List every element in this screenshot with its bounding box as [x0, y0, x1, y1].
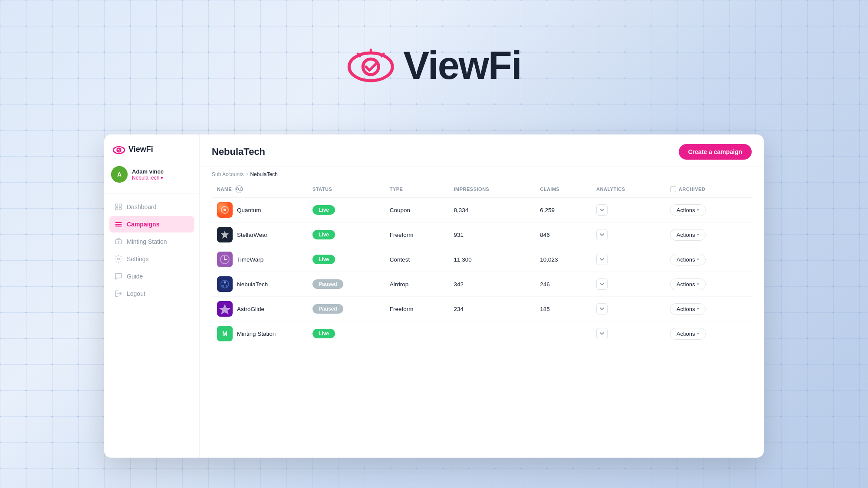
- analytics-chevron[interactable]: [596, 254, 608, 265]
- table-row: AstroGlide Paused Freeform 234 185 Actio…: [212, 297, 752, 321]
- cell-actions: Actions ▾: [665, 272, 752, 297]
- analytics-chevron[interactable]: [596, 204, 608, 216]
- cell-impressions: 234: [449, 297, 535, 321]
- actions-button[interactable]: Actions ▾: [670, 254, 706, 265]
- cell-analytics: [591, 297, 665, 321]
- status-badge: Live: [312, 230, 335, 239]
- status-badge: Paused: [312, 279, 343, 289]
- campaign-avatar: [217, 227, 233, 242]
- col-type: TYPE: [385, 181, 449, 198]
- actions-arrow-icon: ▾: [697, 307, 699, 311]
- sidebar-item-label-settings: Settings: [127, 255, 149, 262]
- svg-point-19: [118, 258, 120, 260]
- cell-type: Freeform: [385, 297, 449, 321]
- settings-icon: [115, 255, 122, 263]
- cell-status: Live: [307, 247, 385, 272]
- sidebar-item-label-dashboard: Dashboard: [127, 203, 157, 210]
- page-title: NebulaTech: [212, 146, 265, 157]
- campaigns-table-container: NAME STATUS TYPE IMPRE: [200, 181, 764, 458]
- cell-actions: Actions ▾: [665, 321, 752, 346]
- sidebar-item-campaigns[interactable]: Campaigns: [109, 216, 194, 233]
- hero-logo-icon: [347, 49, 395, 83]
- svg-text:A: A: [117, 171, 122, 178]
- create-campaign-button[interactable]: Create a campaign: [679, 144, 752, 160]
- cell-actions: Actions ▾: [665, 247, 752, 272]
- search-icon[interactable]: [235, 185, 243, 193]
- cell-analytics: [591, 321, 665, 346]
- table-row: StellarWear Live Freeform 931 846 Action…: [212, 223, 752, 247]
- analytics-chevron[interactable]: [596, 278, 608, 290]
- sidebar-item-minting[interactable]: Minting Station: [109, 233, 194, 250]
- status-badge: Live: [312, 205, 335, 215]
- sidebar-item-settings[interactable]: Settings: [109, 251, 194, 267]
- actions-arrow-icon: ▾: [697, 257, 699, 262]
- cell-type: Coupon: [385, 198, 449, 223]
- status-badge: Live: [312, 255, 335, 264]
- cell-status: Paused: [307, 297, 385, 321]
- cell-name: Quantum: [212, 198, 307, 223]
- cell-name: NebulaTech: [212, 272, 307, 297]
- actions-button[interactable]: Actions ▾: [670, 204, 706, 216]
- sidebar: ViewFi A Adam vince: [104, 134, 200, 458]
- table-row: NebulaTech Paused Airdrop 342 246 Action…: [212, 272, 752, 297]
- guide-icon: [115, 272, 122, 280]
- archived-checkbox[interactable]: [670, 186, 676, 192]
- campaigns-table: NAME STATUS TYPE IMPRE: [212, 181, 752, 346]
- cell-impressions: 931: [449, 223, 535, 247]
- svg-rect-11: [115, 208, 118, 210]
- sidebar-username: Adam vince: [132, 168, 192, 175]
- col-name: NAME: [212, 181, 307, 198]
- cell-claims: 6,259: [535, 198, 591, 223]
- col-status: STATUS: [307, 181, 385, 198]
- logout-icon: [115, 290, 122, 298]
- actions-button[interactable]: Actions ▾: [670, 229, 706, 241]
- cell-impressions: 8,334: [449, 198, 535, 223]
- sidebar-item-label-minting: Minting Station: [127, 238, 167, 245]
- campaign-name: AstroGlide: [237, 306, 264, 312]
- sidebar-item-label-guide: Guide: [127, 273, 143, 280]
- svg-point-25: [224, 209, 226, 211]
- svg-text:M: M: [222, 330, 227, 337]
- cell-name: TimeWarp: [212, 247, 307, 272]
- svg-point-0: [349, 53, 392, 81]
- cell-type: Contest: [385, 247, 449, 272]
- breadcrumb-parent[interactable]: Sub Accounts: [212, 171, 243, 177]
- svg-line-22: [239, 190, 240, 191]
- breadcrumb-separator: >: [245, 171, 248, 177]
- campaign-avatar: [217, 252, 233, 267]
- table-row: M Minting Station Live Actions ▾: [212, 321, 752, 346]
- actions-button[interactable]: Actions ▾: [670, 303, 706, 315]
- campaign-avatar: [217, 301, 233, 317]
- main-header: NebulaTech Create a campaign: [200, 134, 764, 167]
- svg-point-37: [226, 285, 227, 287]
- main-content: NebulaTech Create a campaign Sub Account…: [200, 134, 764, 458]
- cell-type: Airdrop: [385, 272, 449, 297]
- actions-button[interactable]: Actions ▾: [670, 328, 706, 340]
- actions-arrow-icon: ▾: [697, 208, 699, 212]
- campaign-avatar: [217, 202, 233, 218]
- actions-button[interactable]: Actions ▾: [670, 278, 706, 290]
- avatar: A: [111, 166, 128, 183]
- analytics-chevron[interactable]: [596, 303, 608, 314]
- sidebar-brand-name: ViewFi: [128, 145, 153, 154]
- campaign-name: Quantum: [237, 207, 261, 213]
- cell-claims: 246: [535, 272, 591, 297]
- svg-rect-15: [115, 226, 122, 226]
- cell-analytics: [591, 198, 665, 223]
- analytics-chevron[interactable]: [596, 328, 608, 339]
- sidebar-item-guide[interactable]: Guide: [109, 268, 194, 285]
- svg-rect-14: [115, 224, 122, 225]
- cell-claims: 185: [535, 297, 591, 321]
- cell-claims: [535, 321, 591, 346]
- col-impressions: IMPRESSIONS: [449, 181, 535, 198]
- sidebar-item-logout[interactable]: Logout: [109, 285, 194, 302]
- cell-analytics: [591, 272, 665, 297]
- table-row: Quantum Live Coupon 8,334 6,259 Actions …: [212, 198, 752, 223]
- analytics-chevron[interactable]: [596, 229, 608, 240]
- sidebar-brand: ViewFi: [104, 145, 199, 166]
- sidebar-item-dashboard[interactable]: Dashboard: [109, 199, 194, 215]
- sidebar-user[interactable]: A Adam vince NebulaTech ▾: [104, 166, 199, 193]
- cell-claims: 10,023: [535, 247, 591, 272]
- cell-name: M Minting Station: [212, 321, 307, 346]
- col-archived: ARCHIVED: [665, 181, 752, 198]
